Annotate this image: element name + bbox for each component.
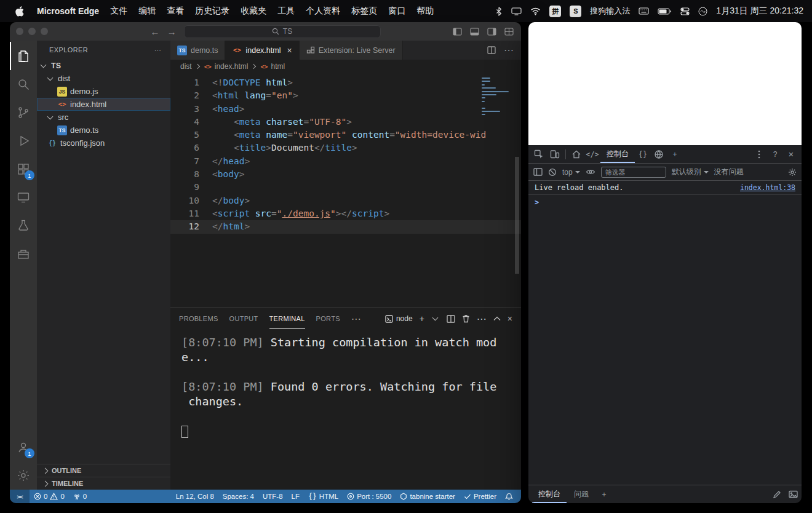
- encoding[interactable]: UTF-8: [258, 490, 287, 503]
- outline-section[interactable]: OUTLINE: [37, 464, 170, 477]
- browser-viewport[interactable]: [528, 22, 802, 145]
- menu-clock[interactable]: 1月31日 周三 20:21:32: [716, 6, 803, 17]
- clear-console-icon[interactable]: [548, 168, 557, 177]
- issues-counter[interactable]: 没有问题: [714, 167, 744, 177]
- code-editor[interactable]: 1<!DOCTYPE html>2<html lang="en">3<head>…: [170, 73, 521, 308]
- activity-testing[interactable]: [10, 212, 37, 240]
- menu-item-file[interactable]: 文件: [105, 6, 133, 17]
- minimap[interactable]: [482, 78, 511, 115]
- terminal-profile[interactable]: node: [385, 314, 413, 323]
- screenshot-icon[interactable]: [789, 490, 798, 498]
- activity-containers[interactable]: [10, 240, 37, 268]
- split-editor-icon[interactable]: [487, 46, 496, 54]
- tree-item-root-ts[interactable]: TS: [37, 59, 170, 72]
- tree-item-demo-ts[interactable]: TS demo.ts: [37, 124, 170, 137]
- kebab-menu-icon[interactable]: [751, 146, 767, 162]
- menu-item-tools[interactable]: 工具: [272, 6, 300, 17]
- activity-extensions[interactable]: 1: [10, 155, 37, 183]
- close-tab-icon[interactable]: ×: [287, 46, 292, 55]
- menu-item-edit[interactable]: 编辑: [133, 6, 161, 17]
- screen-mirroring-icon[interactable]: [511, 7, 522, 15]
- tab-index-html[interactable]: <> index.html ×: [225, 41, 299, 60]
- context-selector[interactable]: top: [562, 168, 580, 177]
- close-devtools-icon[interactable]: ×: [783, 146, 799, 162]
- live-expression-eye-icon[interactable]: [586, 169, 595, 175]
- console-filter-input[interactable]: [601, 167, 666, 178]
- language-mode[interactable]: {} HTML: [304, 490, 343, 503]
- forward-icon[interactable]: →: [167, 26, 177, 37]
- drawer-tab-console[interactable]: 控制台: [532, 485, 567, 503]
- activity-run-debug[interactable]: [10, 127, 37, 155]
- welcome-home-icon[interactable]: [568, 146, 584, 162]
- activity-explorer[interactable]: [10, 42, 37, 70]
- menu-app-name[interactable]: Microsoft Edge: [31, 6, 105, 16]
- more-actions-icon[interactable]: ⋯: [504, 44, 514, 56]
- new-terminal-icon[interactable]: +: [420, 314, 424, 324]
- explorer-more-icon[interactable]: ⋯: [154, 46, 162, 54]
- command-center-search[interactable]: TS: [184, 25, 381, 38]
- kill-terminal-icon[interactable]: [462, 314, 470, 323]
- activity-source-control[interactable]: [10, 98, 37, 127]
- terminal-view[interactable]: [8:07:10 PM] Starting compilation in wat…: [170, 329, 521, 490]
- chevron-down-icon[interactable]: [431, 314, 440, 323]
- more-tools-icon[interactable]: +: [667, 146, 683, 162]
- zoom-button[interactable]: [41, 28, 48, 35]
- breadcrumb-html[interactable]: html: [271, 62, 285, 71]
- remote-indicator[interactable]: ><: [10, 490, 30, 503]
- siri-icon[interactable]: [698, 7, 707, 16]
- console-settings-gear-icon[interactable]: [788, 168, 797, 177]
- toggle-panel-icon[interactable]: [470, 28, 479, 36]
- menu-item-favorites[interactable]: 收藏夹: [235, 6, 272, 17]
- toggle-sidebar-icon[interactable]: [453, 28, 462, 36]
- editor-scrollbar[interactable]: [515, 157, 519, 274]
- eol-selector[interactable]: LF: [287, 490, 304, 503]
- close-panel-icon[interactable]: ×: [507, 314, 512, 324]
- tree-item-src[interactable]: src: [37, 111, 170, 124]
- tab-output[interactable]: OUTPUT: [229, 308, 258, 329]
- tabnine-status[interactable]: tabnine starter: [396, 490, 460, 503]
- problems-status[interactable]: 0 0: [30, 490, 69, 503]
- apple-menu-icon[interactable]: [15, 6, 24, 17]
- timeline-section[interactable]: TIMELINE: [37, 477, 170, 490]
- live-server-port[interactable]: Port : 5500: [343, 490, 396, 503]
- menu-item-tabs[interactable]: 标签页: [346, 6, 383, 17]
- network-tab-icon[interactable]: [651, 146, 667, 162]
- tree-item-demo-js[interactable]: JS demo.js: [37, 85, 170, 98]
- sources-tab-icon[interactable]: {}: [635, 146, 651, 162]
- back-icon[interactable]: ←: [151, 26, 160, 37]
- maximize-panel-icon[interactable]: [493, 316, 501, 321]
- menu-item-window[interactable]: 窗口: [383, 6, 411, 17]
- console-messages[interactable]: Live reload enabled. index.html:38 >: [528, 181, 802, 485]
- breadcrumb-dist[interactable]: dist: [180, 62, 192, 71]
- device-toolbar-icon[interactable]: [547, 146, 563, 162]
- tab-problems[interactable]: PROBLEMS: [179, 308, 218, 329]
- tree-item-tsconfig[interactable]: {} tsconfig.json: [37, 137, 170, 149]
- elements-tab-icon[interactable]: </>: [584, 146, 600, 162]
- tab-console[interactable]: 控制台: [600, 145, 635, 163]
- tab-demo-ts[interactable]: TS demo.ts: [170, 41, 225, 60]
- log-level-selector[interactable]: 默认级别: [672, 167, 709, 177]
- prettier-status[interactable]: Prettier: [460, 490, 501, 503]
- control-center-icon[interactable]: [680, 7, 690, 15]
- activity-search[interactable]: [10, 70, 37, 98]
- console-sidebar-icon[interactable]: [533, 168, 543, 176]
- inspect-icon[interactable]: [531, 146, 547, 162]
- help-icon[interactable]: ?: [767, 146, 783, 162]
- split-terminal-icon[interactable]: [447, 315, 455, 323]
- tab-live-server[interactable]: Extension: Live Server: [300, 41, 403, 60]
- drawer-more-tools-icon[interactable]: +: [596, 487, 612, 503]
- console-prompt[interactable]: >: [528, 195, 802, 210]
- bluetooth-icon[interactable]: [495, 7, 503, 16]
- ime-icon[interactable]: 拼: [549, 6, 561, 17]
- notifications-bell-icon[interactable]: [501, 490, 517, 503]
- activity-account[interactable]: 1: [10, 433, 37, 461]
- console-message-source-link[interactable]: index.html:38: [740, 183, 795, 192]
- drawer-tab-issues[interactable]: 问题: [568, 485, 595, 503]
- cursor-position[interactable]: Ln 12, Col 8: [172, 490, 218, 503]
- keyboard-icon[interactable]: [639, 7, 649, 15]
- breadcrumb-index-html[interactable]: index.html: [215, 62, 249, 71]
- ports-status[interactable]: 0: [69, 490, 91, 503]
- sogou-icon[interactable]: S: [570, 6, 581, 17]
- panel-more-icon[interactable]: ⋯: [477, 313, 487, 325]
- indentation[interactable]: Spaces: 4: [218, 490, 258, 503]
